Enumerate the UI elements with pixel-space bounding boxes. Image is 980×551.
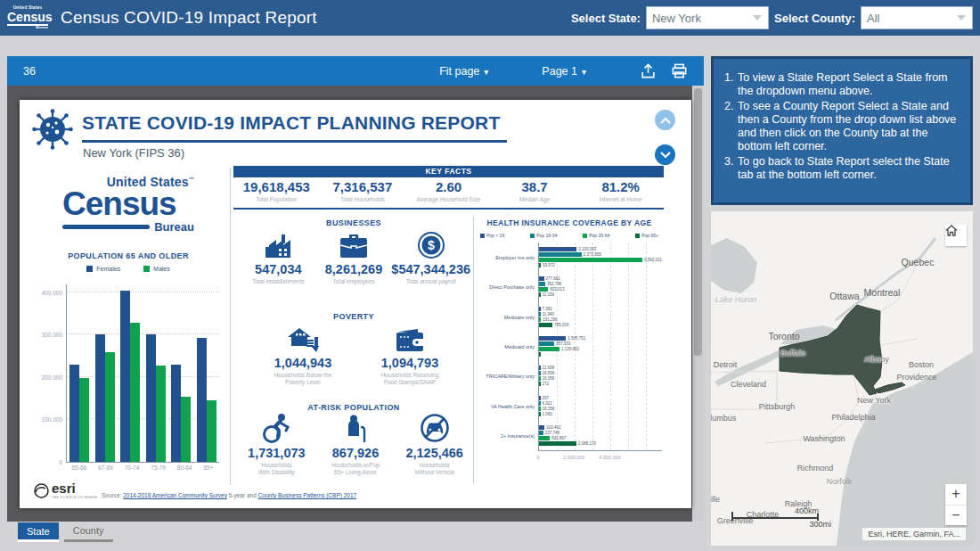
bar (539, 323, 552, 327)
poverty-row: 1,044,943 Households Below the Poverty L… (249, 323, 463, 387)
esri-logo: esri THE SCIENCE OF WHERE (34, 481, 97, 499)
bar (69, 365, 79, 462)
select-county-label: Select County: (774, 12, 855, 25)
insurance-plot-area: 2,100,0632,373,9566,562,01193,572277,661… (538, 243, 662, 451)
esri-wordmark: esri (52, 481, 97, 495)
print-icon[interactable] (671, 62, 688, 79)
source-link-cbp[interactable]: County Business Patterns (CBP) 2017 (258, 492, 357, 498)
city-label: Columbus (711, 414, 736, 423)
bar (539, 312, 541, 317)
city-label: Philadelphia (831, 413, 875, 422)
city-label: Pittsburgh (759, 402, 796, 411)
bar-group: 7,38211,940101,296755,015 (539, 307, 662, 327)
esri-globe-icon (34, 483, 49, 498)
zoom-out-button[interactable]: − (945, 506, 967, 526)
esri-tagline: THE SCIENCE OF WHERE (52, 496, 97, 499)
state-select[interactable]: New York (646, 6, 769, 29)
city-label: Quebec (902, 257, 935, 267)
bar-group: 316,402237,746600,8672,086,170 (539, 425, 662, 446)
bar (197, 338, 207, 462)
bar (539, 366, 541, 370)
instruction-number: 2. (724, 100, 738, 154)
bar-row: 11,940 (539, 312, 662, 317)
city-label: Detroit (714, 360, 738, 369)
chevron-down-icon (957, 15, 966, 21)
census-logo-main: Census (7, 11, 48, 26)
y-tick-label: 400,000 (32, 290, 62, 296)
scroll-up-button[interactable] (655, 110, 675, 130)
insurance-chart-legend: Pop < 19Pop 19-34Pop 35-64Pop 65+ (475, 233, 664, 238)
bar-row: 503,013 (539, 287, 662, 292)
stat-value: 1,731,073 (237, 446, 316, 460)
page-dropdown[interactable]: Page 1 (542, 65, 586, 78)
bar (207, 400, 216, 462)
fit-page-dropdown[interactable]: Fit page (439, 65, 488, 78)
logo-rule (62, 225, 150, 229)
stat-value: 8,261,269 (316, 262, 392, 276)
category-label: 2+ Insurance(s) (478, 433, 535, 439)
x-tick-label: 85+ (203, 465, 213, 471)
at-risk-row: 1,731,073 Households With Disability 867… (237, 413, 474, 477)
x-tick-labels: 65-6667-6970-7475-7980-8485+ (66, 465, 219, 471)
tab-county[interactable]: County (64, 522, 113, 542)
city-label: Asheville (711, 495, 720, 504)
city-label: Washington (803, 434, 845, 443)
home-icon (945, 225, 958, 236)
legend-swatch (86, 266, 93, 272)
divider (233, 208, 664, 210)
stat-value: 1,044,943 (249, 356, 356, 370)
scrollbar-thumb[interactable] (694, 88, 702, 356)
stat-value: 2.60 (405, 179, 492, 194)
population-plot-area (66, 284, 219, 463)
instruction-item: 2.To see a County Report Select a State … (724, 100, 961, 154)
city-label: Toronto (768, 331, 799, 341)
county-select[interactable]: All (861, 6, 973, 29)
city-label: Boston (909, 360, 934, 369)
bar-row: 16,056 (539, 376, 662, 381)
source-link-acs[interactable]: 2014-2018 American Community Survey (123, 492, 227, 498)
legend-item: Pop 35-64 (583, 233, 609, 238)
bar-row: 316,402 (539, 425, 662, 430)
value-label: 21,699 (543, 366, 555, 370)
legend-label: Pop 19-34 (536, 233, 557, 238)
population-chart-title: POPULATION 65 AND OLDER (27, 251, 230, 260)
bar-group (69, 365, 89, 462)
bar-row: 277,661 (539, 276, 662, 281)
tab-state[interactable]: State (18, 522, 59, 542)
divider (230, 168, 231, 485)
export-icon[interactable] (640, 62, 657, 79)
category-label: Employer Ins only (478, 255, 535, 260)
stat-value: 38.7 (492, 179, 578, 194)
bar (539, 292, 541, 297)
instruction-text: To view a State Report Select a State fr… (738, 71, 961, 99)
instructions-panel: 1.To view a State Report Select a State … (711, 56, 973, 205)
stat-value: 1,094,793 (356, 356, 463, 370)
bar-row: 11,159 (539, 292, 662, 297)
at-risk-title: AT-RISK POPULATION (233, 403, 474, 412)
legend-item: Males (143, 266, 170, 272)
instruction-text: To see a County Report Select a State an… (738, 100, 961, 154)
viewer-scrollbar[interactable] (692, 86, 704, 522)
bar (539, 352, 541, 357)
city-label: Ottawa (829, 291, 859, 301)
bar (539, 407, 541, 411)
category-label: VA Health Care only (478, 404, 535, 409)
bar-group (95, 334, 115, 462)
businesses-row: 547,034 Total establishments 8,261,269 T… (241, 229, 470, 285)
zoom-in-button[interactable]: + (945, 484, 967, 506)
bar (105, 352, 115, 462)
report-viewer: 36 Fit page Page 1 (7, 56, 704, 522)
bar (539, 258, 642, 262)
stat-label: Households With Disability (237, 462, 316, 477)
value-label: 93,572 (543, 263, 555, 267)
bar (130, 323, 140, 462)
value-label: 1,505,751 (568, 336, 585, 341)
overview-map[interactable]: QuebecOttawaMontrealTorontoBuffaloAlbany… (711, 211, 973, 546)
home-extent-button[interactable] (945, 225, 967, 246)
city-label: Providence (896, 373, 936, 382)
y-tick-label: 200,000 (32, 374, 62, 381)
bar (539, 287, 548, 292)
value-label: 7,382 (543, 307, 552, 311)
legend-label: Pop 35-64 (589, 233, 609, 238)
scroll-down-button[interactable] (655, 144, 675, 165)
